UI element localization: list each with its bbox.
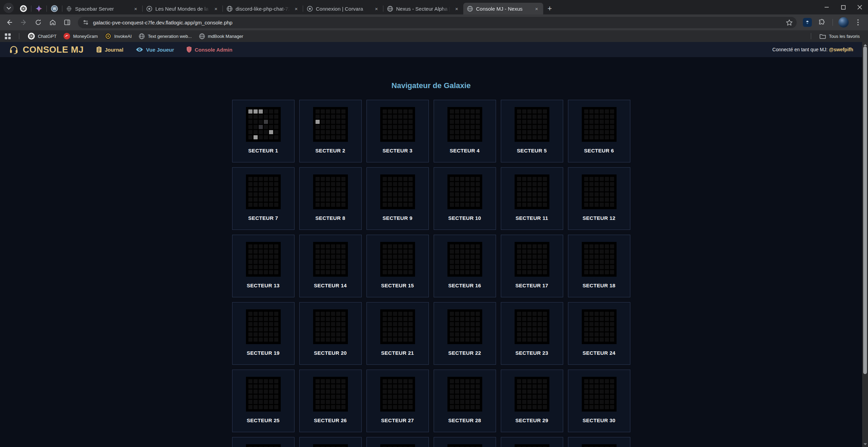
site-settings-icon[interactable] [83, 19, 89, 25]
tab-close-icon[interactable]: × [373, 5, 380, 12]
sector-card-10[interactable]: SECTEUR 10 [434, 167, 496, 230]
mini-map-cell [331, 270, 335, 274]
minimize-button[interactable] [818, 0, 835, 14]
browser-tab[interactable]: Connexion | Corvara× [303, 3, 383, 14]
page-scrollbar[interactable] [862, 42, 868, 447]
tab-close-icon[interactable]: × [533, 5, 540, 12]
sector-card-21[interactable]: SECTEUR 21 [366, 302, 429, 365]
browser-menu-button[interactable] [851, 16, 865, 29]
mini-map-cell [316, 317, 320, 321]
nav-link-journal[interactable]: Journal [96, 46, 123, 53]
sector-card-25[interactable]: SECTEUR 25 [232, 370, 294, 432]
sector-card-32[interactable]: SECTEUR 32 [299, 437, 362, 447]
tab-search-button[interactable] [3, 3, 14, 13]
mini-map-cell [248, 322, 252, 326]
sector-card-2[interactable]: SECTEUR 2 [299, 100, 362, 162]
bookmark-item[interactable]: ChatGPT [24, 32, 60, 41]
sector-card-34[interactable]: SECTEUR 34 [434, 437, 496, 447]
sector-card-8[interactable]: SECTEUR 8 [299, 167, 362, 230]
sector-card-18[interactable]: SECTEUR 18 [568, 235, 630, 297]
pinned-tab-gemini[interactable] [31, 3, 46, 14]
sector-card-16[interactable]: SECTEUR 16 [434, 235, 496, 297]
sector-card-13[interactable]: SECTEUR 13 [232, 235, 294, 297]
mini-map-cell [543, 332, 547, 337]
mini-map-cell [254, 177, 258, 181]
sector-card-31[interactable]: SECTEUR 31 [232, 437, 294, 447]
mini-map-cell [610, 135, 614, 139]
site-logo[interactable]: CONSOLE MJ [9, 44, 84, 55]
nav-link-eye[interactable]: Vue Joueur [136, 47, 174, 53]
bookmark-item[interactable]: Text generation web... [135, 32, 195, 41]
sector-card-24[interactable]: SECTEUR 24 [568, 302, 630, 365]
sector-card-4[interactable]: SECTEUR 4 [434, 100, 496, 162]
sector-card-22[interactable]: SECTEUR 22 [434, 302, 496, 365]
all-bookmarks-button[interactable]: Tous les favoris [816, 32, 863, 41]
mini-map-cell [269, 265, 273, 269]
sector-card-15[interactable]: SECTEUR 15 [366, 235, 429, 297]
sector-card-9[interactable]: SECTEUR 9 [366, 167, 429, 230]
home-button[interactable] [46, 16, 59, 29]
sector-card-20[interactable]: SECTEUR 20 [299, 302, 362, 365]
sector-card-19[interactable]: SECTEUR 19 [232, 302, 294, 365]
sector-card-29[interactable]: SECTEUR 29 [501, 370, 563, 432]
sector-card-23[interactable]: SECTEUR 23 [501, 302, 563, 365]
url-text[interactable]: galactic-pve-conquest-c7fe.dev.flatlogic… [93, 20, 784, 25]
sector-card-1[interactable]: SECTEUR 1 [232, 100, 294, 162]
sector-card-33[interactable]: SECTEUR 33 [366, 437, 429, 447]
sector-card-36[interactable]: SECTEUR 36 [568, 437, 630, 447]
pinned-tab-wordpress[interactable]: W [47, 3, 62, 14]
bookmark-item[interactable]: InvokeAI [101, 32, 135, 41]
bookmark-star-icon[interactable] [784, 17, 795, 28]
back-button[interactable] [3, 16, 16, 29]
sector-card-28[interactable]: SECTEUR 28 [434, 370, 496, 432]
scrollbar-thumb[interactable] [863, 46, 867, 374]
tab-close-icon[interactable]: × [292, 5, 300, 12]
mini-map-cell [254, 405, 258, 409]
bookmark-item[interactable]: mdBook Manager [195, 32, 247, 41]
forward-button[interactable] [17, 16, 30, 29]
sector-card-26[interactable]: SECTEUR 26 [299, 370, 362, 432]
browser-tab[interactable]: Nexus - Secteur Alpha [G1]× [383, 3, 463, 14]
browser-tab[interactable]: Les Neuf Mondes de la Mythologie× [143, 3, 223, 14]
mini-map-cell [450, 312, 454, 316]
close-window-button[interactable] [851, 0, 868, 14]
mini-map-cell [450, 249, 454, 254]
sector-card-14[interactable]: SECTEUR 14 [299, 235, 362, 297]
apps-grid-icon[interactable] [5, 33, 11, 39]
mini-map-cell [259, 198, 263, 202]
extensions-puzzle-button[interactable] [815, 16, 828, 29]
sector-card-3[interactable]: SECTEUR 3 [366, 100, 429, 162]
nav-link-shield[interactable]: Console Admin [186, 46, 232, 53]
browser-tab[interactable]: Spacebar Server× [62, 3, 142, 14]
new-tab-button[interactable]: + [543, 3, 556, 14]
pinned-tab-chatgpt[interactable] [16, 3, 31, 14]
tab-close-icon[interactable]: × [132, 5, 140, 12]
sector-card-35[interactable]: SECTEUR 35 [501, 437, 563, 447]
extension-badge-button[interactable] [801, 16, 814, 29]
mini-map-cell [471, 322, 475, 326]
sector-label: SECTEUR 2 [316, 148, 345, 153]
sector-card-12[interactable]: SECTEUR 12 [568, 167, 630, 230]
sector-card-11[interactable]: SECTEUR 11 [501, 167, 563, 230]
scrollbar-down-arrow[interactable] [862, 441, 868, 447]
sector-card-30[interactable]: SECTEUR 30 [568, 370, 630, 432]
address-bar[interactable]: galactic-pve-conquest-c7fe.dev.flatlogic… [78, 17, 797, 28]
sector-card-27[interactable]: SECTEUR 27 [366, 370, 429, 432]
side-panel-button[interactable] [61, 16, 74, 29]
sector-card-17[interactable]: SECTEUR 17 [501, 235, 563, 297]
mini-map-cell [465, 265, 469, 269]
mini-map-cell [326, 270, 330, 274]
reload-button[interactable] [32, 16, 45, 29]
tab-close-icon[interactable]: × [212, 5, 220, 12]
maximize-button[interactable] [835, 0, 851, 14]
sector-card-5[interactable]: SECTEUR 5 [501, 100, 563, 162]
browser-tab[interactable]: discord-like-php-chat-7262.dev× [223, 3, 303, 14]
sector-card-6[interactable]: SECTEUR 6 [568, 100, 630, 162]
tab-close-icon[interactable]: × [453, 5, 461, 12]
profile-avatar[interactable] [837, 16, 850, 29]
mini-map-cell [341, 115, 345, 119]
mini-map-cell [248, 327, 252, 331]
bookmark-item[interactable]: MoneyGram [60, 32, 101, 41]
browser-tab[interactable]: Console MJ - Nexus× [463, 3, 543, 14]
sector-card-7[interactable]: SECTEUR 7 [232, 167, 294, 230]
